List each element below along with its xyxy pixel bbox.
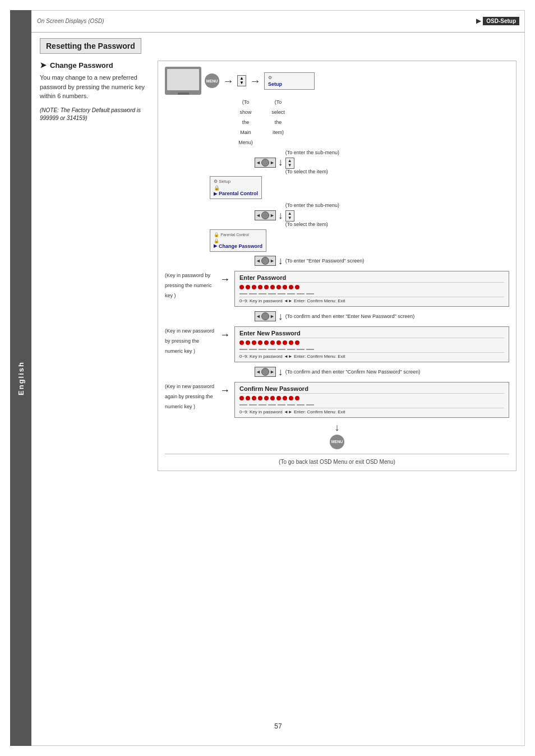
pw-dot-4 xyxy=(258,285,262,289)
divider xyxy=(165,454,509,454)
top-bar-left-text: On Screen Displays (OSD) xyxy=(37,18,104,24)
step1-arrow2: → xyxy=(250,75,261,87)
osd-setup-badge: OSD-Setup xyxy=(483,17,519,25)
pw-dot-6 xyxy=(270,285,275,289)
change-pw-note: (NOTE: The Factory Default password is 9… xyxy=(40,107,152,122)
enter-new-pw-bottom-bar: 0~9: Key in password ◄► Enter: Confirm M… xyxy=(239,352,504,359)
combined-nav-2: ◄ ► xyxy=(255,210,276,220)
page: English On Screen Displays (OSD) ▶ OSD-S… xyxy=(0,0,535,756)
parental-screen: 🔒 Parental Control 🔒 ▶ Change Password xyxy=(210,229,266,252)
sub-caption-1: (To enter the sub-menu) ▲ ▼ (To select t… xyxy=(285,150,339,175)
enter-pw-caption: (To enter "Enter Password" screen) xyxy=(285,257,364,265)
nav-ud-3: ▲ ▼ xyxy=(285,210,294,222)
combined-nav-3: ◄ ► xyxy=(255,256,276,266)
down-arrow-final: ↓ xyxy=(335,422,340,434)
page-number: 57 xyxy=(274,722,282,730)
confirm-new-pw-title: Confirm New Password xyxy=(239,385,504,394)
pw-blank-5 xyxy=(278,293,285,294)
combined-nav-1: ◄ ► xyxy=(255,158,276,168)
sidebar: English xyxy=(10,10,31,746)
caption-show-menu: (To show the Main Menu) xyxy=(238,99,253,145)
pw-dots-row xyxy=(239,285,504,289)
change-pw-desc: You may change to a new preferred passwo… xyxy=(40,73,152,101)
down-arrow-1: ↓ xyxy=(278,156,283,168)
combined-nav-5: ◄ ► xyxy=(255,367,276,377)
arrow-right-icon: ➤ xyxy=(40,61,47,70)
pw-dot-10 xyxy=(295,285,299,289)
pw-blank-2 xyxy=(249,293,257,294)
pw-blanks-row xyxy=(239,292,504,294)
new-pw-blanks-row xyxy=(239,347,504,350)
enter-new-pw-caption: (To confirm and then enter "Enter New Pa… xyxy=(285,313,415,320)
new-pw-dots-row xyxy=(239,340,504,345)
confirm-pw-blanks-row xyxy=(239,403,504,405)
down-arrow-4: ↓ xyxy=(278,311,283,322)
enter-pw-bottom-bar: 0~9: Key in password ◄► Enter: Confirm M… xyxy=(239,297,504,303)
pw-dot-3 xyxy=(252,285,256,289)
pw-blank-3 xyxy=(259,293,266,294)
pw-dot-2 xyxy=(246,285,250,289)
diagram-container: MENU → ▲ ▼ → xyxy=(158,61,516,471)
enter-new-pw-title: Enter New Password xyxy=(239,330,504,338)
down-arrow-2: ↓ xyxy=(278,210,283,222)
setup-item: Setup xyxy=(268,81,311,87)
confirm-new-pw-side-instr: (Key in new password again by pressing t… xyxy=(165,384,214,409)
enter-password-screen: Enter Password xyxy=(234,271,509,307)
section-title-box: Resetting the Password xyxy=(40,38,141,54)
change-pw-heading: Change Password xyxy=(50,61,113,70)
pw-blank-1 xyxy=(239,293,247,294)
step5-block: 🔒 Parental Control 🔒 ▶ Change Password xyxy=(210,229,509,252)
pw-dot-8 xyxy=(283,285,287,289)
columns: ➤ Change Password You may change to a ne… xyxy=(40,61,516,471)
tv-icon xyxy=(165,67,201,95)
step3-block: ⚙ Setup 🔒 ▶ Parental Control xyxy=(210,176,509,199)
top-bar-right: ▶ OSD-Setup xyxy=(476,17,519,25)
pw-dot-9 xyxy=(289,285,293,289)
pw-blank-6 xyxy=(287,293,295,294)
enter-new-pw-side-instr: (Key in new password by pressing the num… xyxy=(165,328,214,354)
sidebar-label: English xyxy=(17,361,25,395)
final-arrow-row: ↓ MENU xyxy=(165,422,509,449)
confirm-pw-dots-row xyxy=(239,396,504,400)
nav-ud-2: ▲ ▼ xyxy=(285,158,294,169)
pw-dot-7 xyxy=(276,285,281,289)
pw-dot-5 xyxy=(264,285,269,289)
enter-new-password-screen: Enter New Password xyxy=(234,326,509,362)
enter-pw-title: Enter Password xyxy=(239,274,504,283)
bottom-caption: (To go back last OSD Menu or exit OSD Me… xyxy=(165,459,509,465)
right-column: MENU → ▲ ▼ → xyxy=(158,61,516,471)
section-title: Resetting the Password xyxy=(46,42,135,50)
down-arrow-5: ↓ xyxy=(278,366,283,378)
caption-select-item: (To select the item) xyxy=(271,99,285,135)
nav-up-down-1: ▲ ▼ xyxy=(237,75,246,86)
menu-button: MENU xyxy=(205,73,219,88)
menu-label: MENU xyxy=(206,79,218,83)
pw-dot-1 xyxy=(239,285,244,289)
setup-screen-2: ⚙ Setup 🔒 ▶ Parental Control xyxy=(210,176,262,199)
down-arrow-3: ↓ xyxy=(278,255,283,267)
enter-pw-arrow: → xyxy=(220,274,230,285)
left-column: ➤ Change Password You may change to a ne… xyxy=(40,61,152,122)
pw-blank-8 xyxy=(306,293,314,294)
top-bar: On Screen Displays (OSD) ▶ OSD-Setup xyxy=(31,10,525,33)
step1-block: MENU → ▲ ▼ → xyxy=(165,67,509,146)
sub-caption-2: (To enter the sub-menu) ▲ ▼ (To select t… xyxy=(285,202,339,228)
play-icon: ▶ xyxy=(476,17,481,25)
confirm-new-pw-caption: (To confirm and then enter "Confirm New … xyxy=(285,368,420,376)
step1-arrow: → xyxy=(223,75,234,87)
main-content: Resetting the Password ➤ Change Password… xyxy=(31,33,525,746)
confirm-new-pw-arrow: → xyxy=(220,385,230,397)
confirm-new-pw-bottom-bar: 0~9: Key in password ◄► Enter: Confirm M… xyxy=(239,408,504,414)
menu-button-final: MENU xyxy=(330,435,344,449)
enter-pw-side-instr: (Key in password by pressing the numeric… xyxy=(165,273,212,298)
change-pw-title: ➤ Change Password xyxy=(40,61,152,70)
confirm-new-password-screen: Confirm New Password xyxy=(234,382,509,418)
pw-blank-7 xyxy=(297,293,305,294)
setup-screen-1: ⚙ Setup xyxy=(264,72,315,90)
combined-nav-4: ◄ ► xyxy=(255,311,276,321)
enter-new-pw-arrow: → xyxy=(220,329,230,341)
pw-blank-4 xyxy=(268,293,276,294)
